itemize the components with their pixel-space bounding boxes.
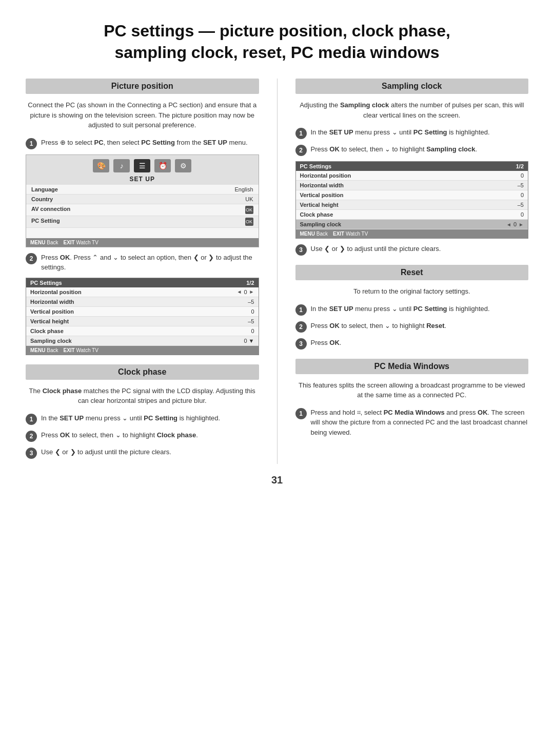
pc-row-vert-height: Vertical height –5 — [26, 317, 259, 326]
page-number: 31 — [26, 474, 528, 486]
picture-position-step1: 1 Press ⊕ to select PC, then select PC S… — [26, 138, 259, 149]
pc-row-clock-phase: Clock phase 0 — [26, 326, 259, 336]
pc-settings-footer-1: MENU Back EXIT Watch TV — [26, 346, 259, 355]
step1-text: Press ⊕ to select PC, then select PC Set… — [41, 138, 248, 148]
setup-menu-mockup: 🎨 ♪ ☰ ⏰ ⚙ SET UP Language English Countr… — [26, 154, 259, 247]
reset-step1-text: In the SET UP menu press ⌄ until PC Sett… — [311, 304, 490, 314]
step2-text: Press OK. Press ⌃ and ⌄ to select an opt… — [41, 253, 259, 273]
reset-intro: To return to the original factory settin… — [295, 286, 529, 297]
sampling-step-num-3: 3 — [295, 244, 307, 256]
menu-icon-2: ♪ — [113, 159, 130, 172]
reset-step-num-2: 2 — [295, 321, 307, 333]
clock-phase-header: Clock phase — [26, 364, 259, 380]
clock-step3-text: Use ❮ or ❯ to adjust until the picture c… — [41, 447, 171, 457]
pc-media-step1: 1 Press and hold ⌗, select PC Media Wind… — [295, 408, 529, 438]
pc2-row-sampling-clock-highlighted: Sampling clock ◄ 0 ► — [296, 220, 528, 229]
reset-section: Reset To return to the original factory … — [295, 265, 529, 350]
reset-step2-text: Press OK to select, then ⌄ to highlight … — [311, 321, 447, 331]
sampling-step1: 1 In the SET UP menu press ⌄ until PC Se… — [295, 127, 529, 139]
pc-settings-header-2: PC Settings 1/2 — [296, 162, 528, 171]
picture-position-section: Picture position Connect the PC (as show… — [26, 79, 259, 355]
pc-settings-table-2: PC Settings 1/2 Horizontal position 0 Ho… — [295, 161, 529, 239]
pc-row-vert-pos: Vertical position 0 — [26, 307, 259, 317]
clock-phase-step2: 2 Press OK to select, then ⌄ to highligh… — [26, 430, 259, 442]
pc2-row-vert-height: Vertical height –5 — [296, 200, 528, 210]
clock-phase-step1: 1 In the SET UP menu press ⌄ until PC Se… — [26, 413, 259, 425]
step-num-1: 1 — [26, 138, 37, 149]
pc-media-intro: This features splits the screen allowing… — [295, 380, 529, 400]
menu-row-av: AV connection OK — [26, 204, 259, 216]
pc-media-header: PC Media Windows — [295, 359, 529, 374]
left-column: Picture position Connect the PC (as show… — [26, 79, 259, 464]
sampling-step1-text: In the SET UP menu press ⌄ until PC Sett… — [311, 127, 490, 138]
clock-step2-text: Press OK to select, then ⌄ to highlight … — [41, 430, 198, 440]
sampling-step-num-1: 1 — [295, 128, 307, 139]
sampling-clock-intro: Adjusting the Sampling clock alters the … — [295, 100, 529, 120]
pc-row-sampling-clock: Sampling clock 0 ▼ — [26, 336, 259, 346]
reset-step3-text: Press OK. — [311, 338, 342, 348]
menu-icon-1: 🎨 — [93, 159, 109, 172]
pc-media-step-num-1: 1 — [295, 408, 307, 419]
menu-title: SET UP — [26, 175, 259, 185]
pc-row-horiz-width: Horizontal width –5 — [26, 297, 259, 307]
sampling-step3-text: Use ❮ or ❯ to adjust until the picture c… — [311, 244, 441, 254]
reset-step3: 3 Press OK. — [295, 338, 529, 350]
reset-step-num-3: 3 — [295, 338, 307, 350]
menu-row-language: Language English — [26, 185, 259, 195]
reset-step-num-1: 1 — [295, 304, 307, 316]
clock-step-1: 1 — [26, 414, 37, 425]
menu-row-pcsetting: PC Setting OK — [26, 216, 259, 228]
menu-icon-4: ⏰ — [154, 159, 171, 172]
clock-phase-intro: The Clock phase matches the PC signal wi… — [26, 386, 259, 406]
pc-settings-header-1: PC Settings 1/2 — [26, 278, 259, 287]
pc-settings-footer-2: MENU Back EXIT Watch TV — [296, 229, 528, 238]
sampling-clock-section: Sampling clock Adjusting the Sampling cl… — [295, 79, 529, 256]
column-divider — [277, 79, 278, 464]
menu-icon-5: ⚙ — [175, 159, 191, 172]
pc-media-windows-section: PC Media Windows This features splits th… — [295, 359, 529, 438]
reset-step2: 2 Press OK to select, then ⌄ to highligh… — [295, 321, 529, 333]
pc2-row-horiz-width: Horizontal width –5 — [296, 181, 528, 190]
sampling-step-num-2: 2 — [295, 145, 307, 156]
clock-phase-section: Clock phase The Clock phase matches the … — [26, 364, 259, 459]
clock-phase-step3: 3 Use ❮ or ❯ to adjust until the picture… — [26, 447, 259, 459]
clock-step-3: 3 — [26, 448, 37, 459]
picture-position-header: Picture position — [26, 79, 259, 94]
step-num-2: 2 — [26, 253, 37, 264]
sampling-clock-header: Sampling clock — [295, 79, 529, 94]
menu-icon-3: ☰ — [134, 159, 150, 172]
pc2-row-vert-pos: Vertical position 0 — [296, 190, 528, 200]
sampling-step3: 3 Use ❮ or ❯ to adjust until the picture… — [295, 244, 529, 256]
menu-icons-row: 🎨 ♪ ☰ ⏰ ⚙ — [26, 155, 259, 175]
clock-step1-text: In the SET UP menu press ⌄ until PC Sett… — [41, 413, 220, 423]
pc2-row-horiz-pos: Horizontal position 0 — [296, 171, 528, 181]
reset-step1: 1 In the SET UP menu press ⌄ until PC Se… — [295, 304, 529, 316]
menu-footer: MENU Back EXIT Watch TV — [26, 238, 259, 247]
menu-row-country: Country UK — [26, 195, 259, 204]
page-title: PC settings — picture position, clock ph… — [26, 21, 528, 63]
pc2-row-clock-phase: Clock phase 0 — [296, 210, 528, 220]
sampling-step2-text: Press OK to select, then ⌄ to highlight … — [311, 144, 478, 154]
clock-step-2: 2 — [26, 431, 37, 442]
pc-settings-table-1: PC Settings 1/2 Horizontal position ◄ 0 … — [26, 278, 259, 355]
pc-row-horiz-pos: Horizontal position ◄ 0 ► — [26, 287, 259, 297]
picture-position-step2: 2 Press OK. Press ⌃ and ⌄ to select an o… — [26, 253, 259, 273]
sampling-step2: 2 Press OK to select, then ⌄ to highligh… — [295, 144, 529, 156]
picture-position-intro: Connect the PC (as shown in the Connecti… — [26, 100, 259, 130]
pc-media-step1-text: Press and hold ⌗, select PC Media Window… — [311, 408, 529, 438]
reset-header: Reset — [295, 265, 529, 280]
right-column: Sampling clock Adjusting the Sampling cl… — [295, 79, 529, 464]
